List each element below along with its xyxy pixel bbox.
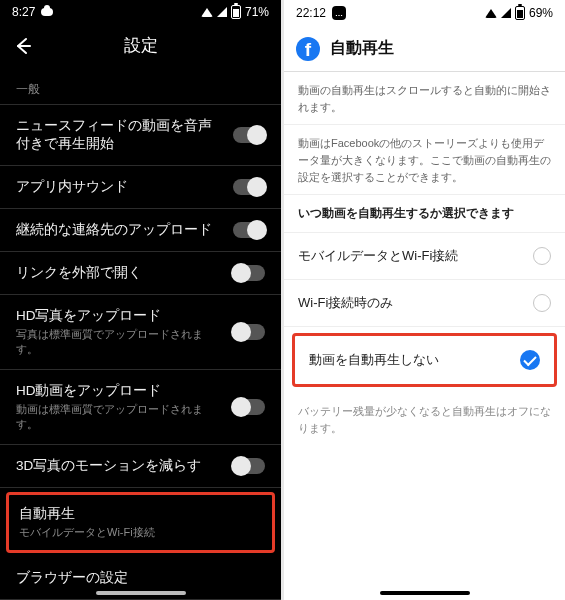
radio-unchecked-icon xyxy=(533,294,551,312)
option-wifi-only[interactable]: Wi-Fi接続時のみ xyxy=(284,280,565,327)
page-title: 自動再生 xyxy=(330,38,394,59)
toggle[interactable] xyxy=(233,399,265,415)
row-title: 自動再生 xyxy=(19,505,155,523)
row-title: 3D写真のモーションを減らす xyxy=(16,457,201,475)
battery-icon xyxy=(231,5,241,19)
radio-checked-icon xyxy=(520,350,540,370)
statusbar: 8:27 71% xyxy=(0,0,281,25)
row-subtitle: 写真は標準画質でアップロードされます。 xyxy=(16,327,223,357)
setting-open-links-external[interactable]: リンクを外部で開く xyxy=(0,252,281,295)
highlight-never-autoplay: 動画を自動再生しない xyxy=(292,333,557,387)
clock: 8:27 xyxy=(12,5,35,19)
section-label: 一般 xyxy=(0,67,281,105)
toggle[interactable] xyxy=(233,458,265,474)
row-title: アプリ内サウンド xyxy=(16,178,128,196)
option-label: Wi-Fi接続時のみ xyxy=(298,294,393,312)
setting-autoplay[interactable]: 自動再生 モバイルデータとWi-Fi接続 xyxy=(9,495,272,550)
row-subtitle: モバイルデータとWi-Fi接続 xyxy=(19,525,155,540)
battery-icon xyxy=(515,6,525,20)
home-indicator[interactable] xyxy=(380,591,470,595)
footnote: バッテリー残量が少なくなると自動再生はオフになります。 xyxy=(284,393,565,446)
info-text-1: 動画の自動再生はスクロールすると自動的に開始されます。 xyxy=(284,72,565,125)
option-never-autoplay[interactable]: 動画を自動再生しない xyxy=(295,336,554,384)
clock: 22:12 xyxy=(296,6,326,20)
left-phone: 8:27 71% 設定 一般 ニュースフィードの動画を音声付きで再生開始 アプリ… xyxy=(0,0,281,600)
toggle[interactable] xyxy=(233,222,265,238)
setting-hd-video-upload[interactable]: HD動画をアップロード 動画は標準画質でアップロードされます。 xyxy=(0,370,281,445)
status-left: 8:27 xyxy=(12,5,53,19)
toggle[interactable] xyxy=(233,265,265,281)
battery-pct: 71% xyxy=(245,5,269,19)
row-title: ブラウザーの設定 xyxy=(16,569,128,587)
wifi-icon xyxy=(201,8,213,17)
row-subtitle: 動画は標準画質でアップロードされます。 xyxy=(16,402,223,432)
setting-in-app-sound[interactable]: アプリ内サウンド xyxy=(0,166,281,209)
setting-contact-upload[interactable]: 継続的な連絡先のアップロード xyxy=(0,209,281,252)
row-title: HD動画をアップロード xyxy=(16,382,223,400)
option-mobile-and-wifi[interactable]: モバイルデータとWi-Fi接続 xyxy=(284,233,565,280)
toggle[interactable] xyxy=(233,324,265,340)
toggle[interactable] xyxy=(233,179,265,195)
row-title: リンクを外部で開く xyxy=(16,264,142,282)
section-instruction: いつ動画を自動再生するか選択できます xyxy=(284,195,565,233)
row-title: 継続的な連絡先のアップロード xyxy=(16,221,212,239)
radio-unchecked-icon xyxy=(533,247,551,265)
home-indicator[interactable] xyxy=(96,591,186,595)
setting-3d-photo-motion[interactable]: 3D写真のモーションを減らす xyxy=(0,445,281,488)
setting-news-feed-sound[interactable]: ニュースフィードの動画を音声付きで再生開始 xyxy=(0,105,281,166)
settings-list: ニュースフィードの動画を音声付きで再生開始 アプリ内サウンド 継続的な連絡先のア… xyxy=(0,105,281,600)
right-phone: 22:12 … 69% f 自動再生 動画の自動再生はスクロールすると自動的に開… xyxy=(284,0,565,600)
page-title: 設定 xyxy=(38,34,243,57)
status-right: 69% xyxy=(485,6,553,20)
app-header-light: f 自動再生 xyxy=(284,26,565,72)
battery-pct: 69% xyxy=(529,6,553,20)
autoplay-settings: 動画の自動再生はスクロールすると自動的に開始されます。 動画はFacebookの… xyxy=(284,72,565,446)
app-header: 設定 xyxy=(0,25,281,67)
option-label: モバイルデータとWi-Fi接続 xyxy=(298,247,458,265)
back-button[interactable] xyxy=(12,35,34,57)
status-left: 22:12 … xyxy=(296,6,346,20)
info-text-2: 動画はFacebookの他のストーリーズよりも使用データ量が大きくなります。ここ… xyxy=(284,125,565,195)
wifi-icon xyxy=(485,9,497,18)
line-app-icon: … xyxy=(332,6,346,20)
row-title: HD写真をアップロード xyxy=(16,307,223,325)
status-right: 71% xyxy=(201,5,269,19)
cell-icon xyxy=(217,7,227,17)
statusbar: 22:12 … 69% xyxy=(284,0,565,26)
facebook-logo-icon: f xyxy=(296,37,320,61)
cloud-icon xyxy=(41,8,53,16)
toggle[interactable] xyxy=(233,127,265,143)
highlight-autoplay: 自動再生 モバイルデータとWi-Fi接続 xyxy=(6,492,275,553)
option-label: 動画を自動再生しない xyxy=(309,351,439,369)
setting-hd-photo-upload[interactable]: HD写真をアップロード 写真は標準画質でアップロードされます。 xyxy=(0,295,281,370)
cell-icon xyxy=(501,8,511,18)
row-title: ニュースフィードの動画を音声付きで再生開始 xyxy=(16,117,223,153)
